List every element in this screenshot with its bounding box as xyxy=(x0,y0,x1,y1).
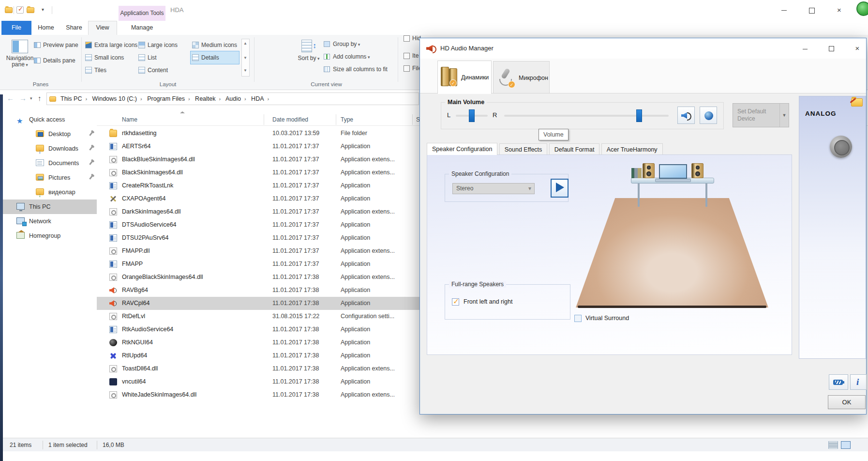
thumbnail-view-toggle-icon[interactable] xyxy=(841,441,851,449)
quick-access-folder-icon[interactable] xyxy=(5,7,13,13)
dialog-maximize-button[interactable] xyxy=(824,42,838,55)
ribbon-tab[interactable]: View xyxy=(88,21,117,35)
back-button[interactable]: ← xyxy=(7,94,14,102)
group-by-button[interactable]: Group by xyxy=(324,41,360,47)
close-button[interactable]: × xyxy=(828,3,850,17)
left-speaker[interactable] xyxy=(643,163,655,178)
table-row[interactable]: RAVCpl64 11.01.2017 17:38 Application xyxy=(97,297,420,310)
layout-option[interactable]: Medium icons xyxy=(191,39,239,51)
audio-jack-icon[interactable] xyxy=(830,136,852,158)
virtual-surround-checkbox[interactable] xyxy=(574,315,582,322)
file-type-icon xyxy=(109,208,117,215)
minimize-button[interactable] xyxy=(773,3,795,17)
config-tab[interactable]: Speaker Configuration xyxy=(427,143,497,155)
tab-speakers[interactable]: ✓ Динамики xyxy=(437,61,492,94)
column-header-type[interactable]: Type xyxy=(341,113,353,126)
address-input[interactable]: This PC› Windows 10 (C:)› Program Files›… xyxy=(46,92,419,105)
ok-button[interactable]: OK xyxy=(828,395,866,409)
details-view-toggle-icon[interactable] xyxy=(828,441,838,449)
scroll-mid-icon[interactable]: ▼ xyxy=(243,56,247,60)
layout-option[interactable]: Content xyxy=(137,64,191,77)
sidebar-item[interactable]: Network xyxy=(3,214,97,229)
recent-locations-chevron-icon[interactable]: ▾ xyxy=(30,96,32,101)
breadcrumb-item[interactable]: Windows 10 (C:)› xyxy=(92,95,146,102)
sort-by-button[interactable]: Sort by xyxy=(298,55,320,62)
balance-slider-thumb[interactable] xyxy=(469,109,475,122)
layout-option[interactable]: Tiles xyxy=(84,64,137,77)
file-name: AERTSr64 xyxy=(122,140,151,153)
ribbon-tab[interactable]: Share xyxy=(60,21,88,35)
speaker-configuration-select[interactable]: Stereo xyxy=(452,183,535,194)
sidebar-item[interactable]: Homegroup xyxy=(3,229,97,243)
file-name: CreateRtkToastLnk xyxy=(122,179,173,192)
forward-button[interactable]: → xyxy=(19,94,27,102)
layout-option[interactable]: Extra large icons xyxy=(84,39,137,51)
tray-app-icon[interactable] xyxy=(856,1,868,16)
sidebar-item[interactable]: Pictures xyxy=(3,170,97,185)
checkbox-icon[interactable] xyxy=(404,65,410,72)
breadcrumb-item[interactable]: This PC› xyxy=(60,95,90,102)
add-columns-button[interactable]: Add columns xyxy=(324,53,370,60)
scroll-up-icon[interactable]: ▲ xyxy=(243,41,247,46)
ribbon-tab[interactable]: Manage xyxy=(119,21,165,35)
config-tab[interactable]: Sound Effects xyxy=(499,143,548,155)
config-tab[interactable]: Default Format xyxy=(549,143,600,155)
volume-slider-thumb[interactable] xyxy=(636,109,642,122)
right-speaker[interactable] xyxy=(691,163,703,178)
file-name: RtlUpd64 xyxy=(122,349,147,362)
show-option-checkbox[interactable]: Hid xyxy=(404,35,421,42)
preview-pane-button[interactable]: Preview pane xyxy=(34,42,78,48)
details-pane-button[interactable]: Details pane xyxy=(34,57,75,64)
column-header-date[interactable]: Date modified xyxy=(272,113,308,126)
layout-option[interactable]: List xyxy=(137,51,191,64)
show-option-checkbox[interactable]: File xyxy=(404,65,421,72)
dialog-titlebar[interactable]: HD Audio Manager × xyxy=(420,38,866,59)
folder-settings-icon[interactable] xyxy=(851,98,863,107)
tab-microphone[interactable]: ✓ Микрофон xyxy=(493,61,550,93)
ribbon-tab[interactable]: Home xyxy=(32,21,60,35)
layout-scrollbar[interactable]: ▲ ▼ ▼ xyxy=(241,39,250,77)
sidebar-item[interactable]: Documents xyxy=(3,156,97,170)
set-default-device-button[interactable]: Set Default Device ▼ xyxy=(733,103,789,127)
checkbox-icon[interactable] xyxy=(404,53,410,59)
file-date-modified: 11.01.2017 17:38 xyxy=(272,284,319,297)
layout-option[interactable]: Details xyxy=(191,51,239,64)
column-header-name[interactable]: Name xyxy=(122,113,137,126)
dialog-minimize-button[interactable] xyxy=(798,42,812,55)
set-default-dropdown-icon[interactable]: ▼ xyxy=(779,104,789,127)
loudness-button[interactable] xyxy=(700,107,717,124)
config-tab[interactable]: Acer TrueHarmony xyxy=(601,143,663,155)
quick-access-customize-chevron-icon[interactable]: ▾ xyxy=(42,7,44,12)
power-management-button[interactable] xyxy=(829,374,848,390)
size-columns-button[interactable]: Size all columns to fit xyxy=(324,66,388,73)
breadcrumb-item[interactable]: Audio› xyxy=(225,95,250,102)
column-divider[interactable] xyxy=(336,114,336,125)
checkbox-icon[interactable] xyxy=(404,35,410,42)
layout-option[interactable]: Large icons xyxy=(137,39,191,51)
balance-slider[interactable] xyxy=(456,115,488,117)
quick-access-newfolder-icon[interactable] xyxy=(27,7,34,13)
test-play-button[interactable] xyxy=(551,179,569,198)
scroll-more-icon[interactable]: ▼ xyxy=(243,68,247,73)
sidebar-item[interactable]: Downloads xyxy=(3,141,97,156)
breadcrumb-item[interactable]: Program Files› xyxy=(147,95,193,102)
layout-option[interactable]: Small icons xyxy=(84,51,137,64)
sidebar-item[interactable]: This PC xyxy=(3,200,97,214)
quick-access-properties-icon[interactable] xyxy=(16,6,24,14)
sidebar-item[interactable]: видеолар xyxy=(3,185,97,200)
maximize-button[interactable] xyxy=(801,3,823,17)
sidebar-item[interactable]: Quick access xyxy=(3,112,97,127)
front-left-right-checkbox[interactable] xyxy=(452,298,459,306)
show-option-checkbox[interactable]: Ite xyxy=(404,52,419,59)
breadcrumb-item[interactable]: Realtek› xyxy=(195,95,224,102)
mute-button[interactable] xyxy=(677,107,695,124)
up-button[interactable]: ↑ xyxy=(38,94,42,102)
column-divider[interactable] xyxy=(264,114,264,125)
column-divider[interactable] xyxy=(412,114,413,125)
ribbon-tab[interactable]: File xyxy=(1,21,31,35)
information-button[interactable]: i xyxy=(850,374,867,390)
volume-slider[interactable] xyxy=(504,115,669,117)
sidebar-item[interactable]: Desktop xyxy=(3,127,97,141)
dialog-close-button[interactable]: × xyxy=(850,42,865,55)
breadcrumb-item[interactable]: HDA› xyxy=(251,95,272,102)
